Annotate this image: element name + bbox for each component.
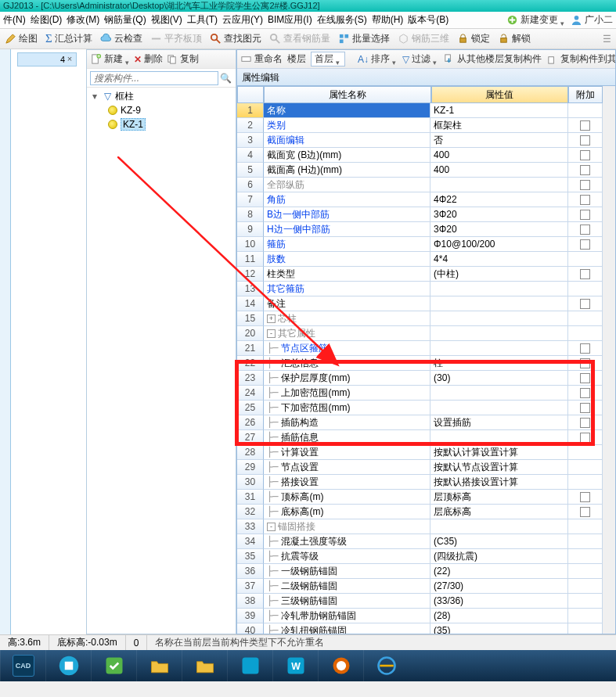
user-button[interactable]: 广小二 xyxy=(571,13,613,27)
checkbox[interactable] xyxy=(580,239,590,250)
scroll-track[interactable] xyxy=(603,86,615,634)
extra-cell[interactable] xyxy=(568,386,603,401)
table-row[interactable]: 22├─汇总信息柱 xyxy=(237,356,603,371)
extra-cell[interactable] xyxy=(568,282,603,296)
table-row[interactable]: 6全部纵筋 xyxy=(237,178,603,192)
extra-cell[interactable] xyxy=(568,609,603,623)
property-value-cell[interactable]: 3Φ20 xyxy=(430,222,568,237)
new-button[interactable]: 新建 xyxy=(90,52,131,66)
extra-cell[interactable] xyxy=(568,326,603,341)
property-value-cell[interactable]: (30) xyxy=(430,371,568,386)
property-name-cell[interactable]: ├─下加密范围(mm) xyxy=(264,401,430,415)
property-name-cell[interactable]: 截面宽 (B边)(mm) xyxy=(264,148,430,163)
table-row[interactable]: 3截面编辑否 xyxy=(237,133,603,148)
checkbox[interactable] xyxy=(580,299,590,309)
property-value-cell[interactable]: 按默认计算设置计算 xyxy=(430,445,568,460)
taskbar-app-icon[interactable]: W xyxy=(272,650,318,681)
extra-cell[interactable] xyxy=(568,103,603,118)
col-value[interactable]: 属性值 xyxy=(431,86,568,103)
property-name-cell[interactable]: B边一侧中部筋 xyxy=(264,207,430,222)
table-row[interactable]: 25├─下加密范围(mm) xyxy=(237,401,603,415)
property-value-cell[interactable]: 框架柱 xyxy=(430,118,568,133)
table-row[interactable]: 7角筋4Φ22 xyxy=(237,192,603,207)
extra-cell[interactable] xyxy=(568,341,603,356)
menu-file[interactable]: 件(N) xyxy=(3,13,26,27)
property-name-cell[interactable]: ├─插筋信息 xyxy=(264,430,430,445)
table-row[interactable]: 5截面高 (H边)(mm)400 xyxy=(237,163,603,178)
extra-cell[interactable] xyxy=(568,371,603,386)
extra-cell[interactable] xyxy=(568,534,603,549)
property-name-cell[interactable]: ├─底标高(m) xyxy=(264,505,430,519)
extra-cell[interactable] xyxy=(568,505,603,519)
checkbox[interactable] xyxy=(580,507,590,517)
extra-cell[interactable] xyxy=(568,460,603,475)
extra-cell[interactable] xyxy=(568,148,603,163)
extra-cell[interactable] xyxy=(568,192,603,207)
property-value-cell[interactable]: 柱 xyxy=(430,356,568,371)
floor-select[interactable]: 首层 xyxy=(311,52,345,66)
col-extra[interactable]: 附加 xyxy=(568,86,603,103)
property-name-cell[interactable]: 角筋 xyxy=(264,192,430,207)
extra-cell[interactable] xyxy=(568,222,603,237)
property-name-cell[interactable]: ├─保护层厚度(mm) xyxy=(264,371,430,386)
find-button[interactable]: 查找图元 xyxy=(210,32,261,45)
table-row[interactable]: 2类别框架柱 xyxy=(237,118,603,133)
property-name-cell[interactable]: ├─搭接设置 xyxy=(264,475,430,490)
checkbox[interactable] xyxy=(580,358,590,368)
taskbar-cad[interactable]: CAD xyxy=(0,650,45,681)
extra-cell[interactable] xyxy=(568,178,603,192)
table-row[interactable]: 11肢数4*4 xyxy=(237,252,603,267)
table-row[interactable]: 31├─顶标高(m)层顶标高 xyxy=(237,490,603,505)
new-change-button[interactable]: 新建变更 xyxy=(506,13,566,27)
property-value-cell[interactable]: (22) xyxy=(430,564,568,579)
taskbar-explorer-icon[interactable] xyxy=(182,650,227,681)
table-row[interactable]: 38├─三级钢筋锚固(33/36) xyxy=(237,594,603,609)
unlock-button[interactable]: 解锁 xyxy=(498,32,531,45)
taskbar-ie-icon[interactable] xyxy=(363,650,409,681)
property-name-cell[interactable]: ├─节点区箍筋 xyxy=(264,341,430,356)
property-name-cell[interactable]: 柱类型 xyxy=(264,267,430,282)
property-name-cell[interactable]: ├─冷轧带肋钢筋锚固 xyxy=(264,609,430,623)
property-value-cell[interactable] xyxy=(430,519,568,534)
table-row[interactable]: 9H边一侧中部筋3Φ20 xyxy=(237,222,603,237)
checkbox[interactable] xyxy=(580,492,590,502)
property-value-cell[interactable]: 按默认节点设置计算 xyxy=(430,460,568,475)
ruler-tab[interactable]: 4 × xyxy=(17,52,77,66)
extra-cell[interactable] xyxy=(568,549,603,564)
checkbox[interactable] xyxy=(580,373,590,383)
table-row[interactable]: 13其它箍筋 xyxy=(237,282,603,296)
taskbar-app-icon[interactable] xyxy=(91,650,136,681)
expand-icon[interactable]: + xyxy=(267,314,276,323)
extra-cell[interactable] xyxy=(568,564,603,579)
menu-steelqty[interactable]: 钢筋量(Q) xyxy=(104,13,146,27)
property-name-cell[interactable]: ├─三级钢筋锚固 xyxy=(264,594,430,609)
extra-cell[interactable] xyxy=(568,430,603,445)
property-name-cell[interactable]: ├─上加密范围(mm) xyxy=(264,386,430,401)
batch-select-button[interactable]: 批量选择 xyxy=(338,32,390,45)
checkbox[interactable] xyxy=(580,150,590,160)
property-value-cell[interactable] xyxy=(430,311,568,326)
property-name-cell[interactable]: ├─插筋构造 xyxy=(264,415,430,430)
property-name-cell[interactable]: ├─二级钢筋锚固 xyxy=(264,579,430,594)
table-row[interactable]: 26├─插筋构造设置插筋 xyxy=(237,415,603,430)
sort-button[interactable]: A↓ 排序 xyxy=(358,52,398,66)
property-value-cell[interactable] xyxy=(430,178,568,192)
menu-cloud[interactable]: 云应用(Y) xyxy=(222,13,263,27)
property-name-cell[interactable]: ├─混凝土强度等级 xyxy=(264,534,430,549)
menu-bim[interactable]: BIM应用(I) xyxy=(268,13,312,27)
property-name-cell[interactable]: ├─顶标高(m) xyxy=(264,490,430,505)
level-button[interactable]: 平齐板顶 xyxy=(150,32,202,45)
property-name-cell[interactable]: 全部纵筋 xyxy=(264,178,430,192)
table-row[interactable]: 29├─节点设置按默认节点设置计算 xyxy=(237,460,603,475)
property-name-cell[interactable]: ├─节点设置 xyxy=(264,460,430,475)
checkbox[interactable] xyxy=(580,433,590,443)
property-value-cell[interactable]: KZ-1 xyxy=(430,103,568,118)
property-value-cell[interactable]: (四级抗震) xyxy=(430,549,568,564)
table-row[interactable]: 10箍筋Φ10@100/200 xyxy=(237,237,603,252)
table-row[interactable]: 36├─一级钢筋锚固(22) xyxy=(237,564,603,579)
table-row[interactable]: 35├─抗震等级(四级抗震) xyxy=(237,549,603,564)
table-row[interactable]: 24├─上加密范围(mm) xyxy=(237,386,603,401)
extra-cell[interactable] xyxy=(568,623,603,634)
table-row[interactable]: 37├─二级钢筋锚固(27/30) xyxy=(237,579,603,594)
property-name-cell[interactable]: -锚固搭接 xyxy=(264,519,430,534)
